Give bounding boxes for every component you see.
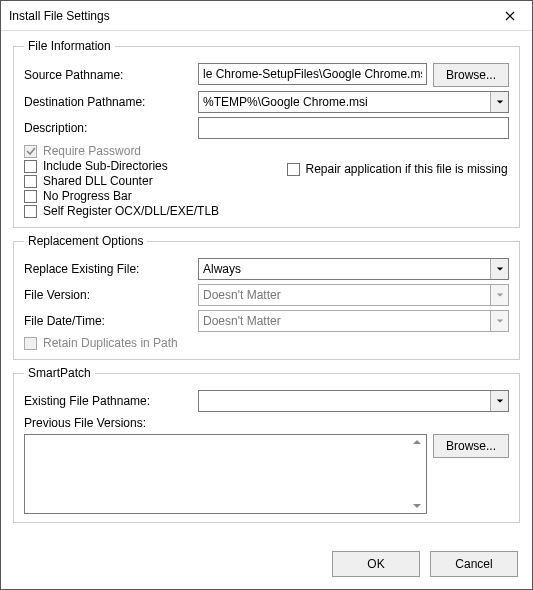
require-password-row: Require Password [24, 144, 247, 158]
file-version-value: Doesn't Matter [203, 288, 281, 302]
chevron-down-icon [490, 391, 508, 411]
no-progress-label: No Progress Bar [43, 189, 132, 203]
source-pathname-label: Source Pathname: [24, 68, 192, 82]
replacement-options-legend: Replacement Options [24, 234, 147, 248]
replace-existing-value: Always [203, 262, 241, 276]
smartpatch-group: SmartPatch Existing File Pathname: Previ… [13, 366, 520, 523]
repair-app-label: Repair application if this file is missi… [306, 162, 508, 176]
smartpatch-legend: SmartPatch [24, 366, 95, 380]
file-date-combo: Doesn't Matter [198, 310, 509, 332]
previous-versions-list[interactable] [24, 434, 427, 514]
previous-versions-label: Previous File Versions: [24, 416, 509, 430]
destination-pathname-combo[interactable]: %TEMP%\Google Chrome.msi [198, 91, 509, 113]
cancel-button[interactable]: Cancel [430, 551, 518, 577]
window-title: Install File Settings [9, 9, 110, 23]
content-area: File Information Source Pathname: Browse… [1, 31, 532, 543]
require-password-label: Require Password [43, 144, 141, 158]
destination-pathname-label: Destination Pathname: [24, 95, 192, 109]
file-information-legend: File Information [24, 39, 115, 53]
require-password-checkbox [24, 145, 37, 158]
include-sub-checkbox[interactable] [24, 160, 37, 173]
file-date-value: Doesn't Matter [203, 314, 281, 328]
ok-button[interactable]: OK [332, 551, 420, 577]
source-pathname-input[interactable] [198, 63, 427, 85]
shared-dll-label: Shared DLL Counter [43, 174, 153, 188]
chevron-up-icon [412, 437, 422, 447]
shared-dll-checkbox[interactable] [24, 175, 37, 188]
chevron-down-icon [490, 92, 508, 112]
repair-app-checkbox[interactable] [287, 163, 300, 176]
dialog-window: Install File Settings File Information S… [0, 0, 533, 590]
self-register-label: Self Register OCX/DLL/EXE/TLB [43, 204, 219, 218]
file-version-combo: Doesn't Matter [198, 284, 509, 306]
dialog-footer: OK Cancel [1, 543, 532, 589]
no-progress-checkbox[interactable] [24, 190, 37, 203]
retain-duplicates-checkbox [24, 337, 37, 350]
chevron-down-icon [490, 285, 508, 305]
file-version-label: File Version: [24, 288, 192, 302]
self-register-checkbox[interactable] [24, 205, 37, 218]
retain-duplicates-label: Retain Duplicates in Path [43, 336, 178, 350]
replacement-options-group: Replacement Options Replace Existing Fil… [13, 234, 520, 360]
file-date-label: File Date/Time: [24, 314, 192, 328]
destination-pathname-value: %TEMP%\Google Chrome.msi [203, 95, 368, 109]
chevron-down-icon [490, 311, 508, 331]
chevron-down-icon [490, 259, 508, 279]
file-information-group: File Information Source Pathname: Browse… [13, 39, 520, 228]
browse-previous-button[interactable]: Browse... [433, 434, 509, 458]
existing-pathname-combo[interactable] [198, 390, 509, 412]
existing-pathname-label: Existing File Pathname: [24, 394, 192, 408]
close-button[interactable] [490, 2, 530, 30]
replace-existing-label: Replace Existing File: [24, 262, 192, 276]
replace-existing-combo[interactable]: Always [198, 258, 509, 280]
description-input[interactable] [198, 117, 509, 139]
scrollbar[interactable] [408, 435, 426, 513]
chevron-down-icon [412, 501, 422, 511]
description-label: Description: [24, 121, 192, 135]
close-icon [505, 11, 515, 21]
browse-source-button[interactable]: Browse... [433, 63, 509, 87]
include-sub-label: Include Sub-Directories [43, 159, 168, 173]
titlebar: Install File Settings [1, 1, 532, 31]
